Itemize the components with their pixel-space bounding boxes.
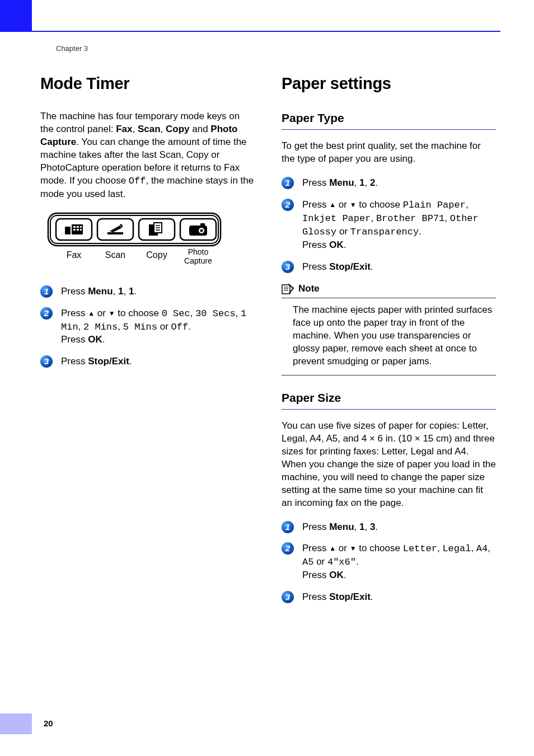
note-body: The machine ejects paper with printed su…	[282, 304, 496, 375]
down-triangle-icon: ▼	[109, 309, 115, 317]
ps-step-3: 3 Press Stop/Exit.	[282, 591, 496, 604]
pt-step-3: 3 Press Stop/Exit.	[282, 261, 496, 274]
down-triangle-icon: ▼	[350, 201, 357, 209]
step-3: 3 Press Stop/Exit.	[40, 355, 255, 368]
svg-rect-24	[282, 285, 290, 294]
paper-type-steps: 1 Press Menu, 1, 2. 2 Press ▲ or ▼ to ch…	[282, 177, 496, 274]
svg-rect-21	[200, 223, 205, 227]
chapter-label: Chapter 3	[56, 44, 88, 54]
down-triangle-icon: ▼	[350, 544, 357, 552]
left-column: Mode Timer The machine has four temporar…	[40, 73, 255, 613]
note-block: Note The machine ejects paper with print…	[282, 283, 496, 375]
step-badge-2: 2	[282, 199, 294, 211]
paper-size-intro: You can use five sizes of paper for copi…	[282, 420, 496, 510]
svg-rect-12	[77, 229, 79, 231]
step-badge-3: 3	[40, 355, 53, 368]
up-triangle-icon: ▲	[88, 309, 95, 317]
svg-rect-8	[73, 226, 76, 228]
step-badge-1: 1	[282, 521, 294, 533]
svg-rect-6	[65, 227, 71, 234]
label-photo2: Capture	[184, 256, 212, 265]
header-rule	[32, 31, 500, 32]
label-scan: Scan	[105, 250, 125, 260]
step-badge-2: 2	[40, 307, 53, 320]
paper-size-steps: 1 Press Menu, 1, 3. 2 Press ▲ or ▼ to ch…	[282, 521, 496, 604]
step-badge-1: 1	[40, 285, 53, 298]
svg-rect-11	[73, 229, 76, 231]
page-content: Mode Timer The machine has four temporar…	[40, 73, 496, 613]
right-column: Paper settings Paper Type To get the bes…	[282, 73, 496, 613]
mode-keys-svg: Fax Scan Copy Photo Capture	[45, 212, 224, 268]
ps-step-2: 2 Press ▲ or ▼ to choose Letter, Legal, …	[282, 542, 496, 582]
label-copy: Copy	[146, 250, 167, 260]
step-badge-3: 3	[282, 591, 294, 603]
step-2: 2 Press ▲ or ▼ to choose 0 Sec, 30 Secs,…	[40, 307, 255, 347]
up-triangle-icon: ▲	[329, 201, 336, 209]
svg-rect-20	[189, 226, 207, 236]
mode-timer-intro: The machine has four temporary mode keys…	[40, 110, 255, 201]
svg-rect-13	[80, 229, 82, 231]
step-badge-2: 2	[282, 542, 294, 555]
subheading-paper-type: Paper Type	[282, 110, 496, 130]
pt-step-1: 1 Press Menu, 1, 2.	[282, 177, 496, 190]
note-label: Note	[297, 283, 322, 295]
control-panel-illustration: Fax Scan Copy Photo Capture	[45, 212, 255, 272]
svg-rect-9	[77, 226, 79, 228]
mode-timer-steps: 1 Press Menu, 1, 1. 2 Press ▲ or ▼ to ch…	[40, 285, 255, 369]
page-number: 20	[44, 718, 53, 729]
corner-tab	[0, 0, 32, 32]
note-header: Note	[282, 283, 496, 298]
subheading-paper-size: Paper Size	[282, 390, 496, 410]
pt-step-2: 2 Press ▲ or ▼ to choose Plain Paper, In…	[282, 199, 496, 252]
ps-step-1: 1 Press Menu, 1, 3.	[282, 521, 496, 534]
heading-paper-settings: Paper settings	[282, 73, 496, 95]
up-triangle-icon: ▲	[329, 544, 336, 552]
note-icon	[282, 283, 294, 294]
svg-point-23	[200, 229, 203, 232]
label-photo1: Photo	[188, 247, 209, 256]
step-badge-3: 3	[282, 261, 294, 273]
svg-rect-10	[80, 226, 82, 228]
step-1: 1 Press Menu, 1, 1.	[40, 285, 255, 298]
footer-tab	[0, 713, 32, 734]
heading-mode-timer: Mode Timer	[40, 73, 255, 95]
label-fax: Fax	[67, 250, 82, 260]
step-badge-1: 1	[282, 177, 294, 189]
paper-type-intro: To get the best print quality, set the m…	[282, 140, 496, 166]
